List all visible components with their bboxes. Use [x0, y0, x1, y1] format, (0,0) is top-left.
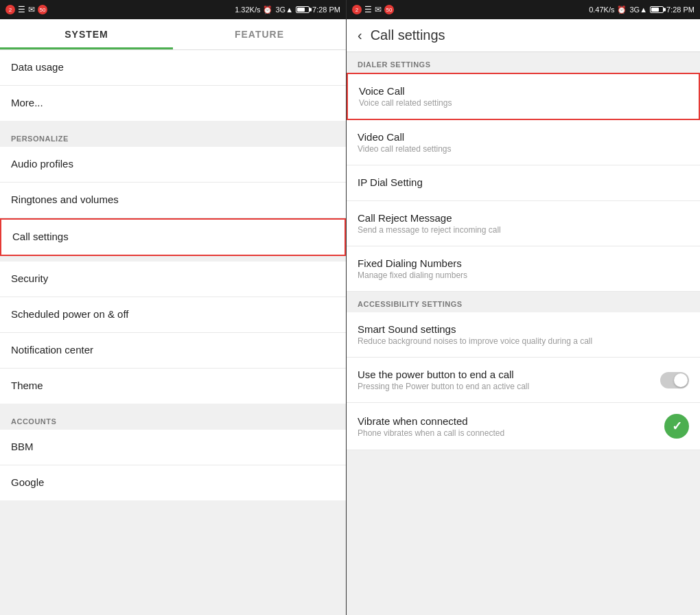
dialer-settings-group: Voice Call Voice call related settings V… [347, 73, 700, 292]
settings-item-scheduled-power[interactable]: Scheduled power on & off [0, 297, 346, 333]
fixed-dialing-text: Fixed Dialing Numbers Manage fixed diali… [358, 257, 689, 280]
personalize-group: Audio profiles Ringtones and volumes Cal… [0, 147, 346, 256]
divider-1 [0, 121, 346, 126]
back-button[interactable]: ‹ [358, 27, 362, 43]
status-bar-right: 2 ☰ ✉ 50 0.47K/s ⏰ 3G▲ 7:28 PM [347, 0, 700, 19]
right-panel: 2 ☰ ✉ 50 0.47K/s ⏰ 3G▲ 7:28 PM ‹ Call se… [347, 0, 700, 615]
vibrate-subtitle: Phone vibrates when a call is connected [358, 428, 657, 438]
status-right-left-icons: 2 ☰ ✉ 50 [352, 5, 394, 14]
second-group: Security Scheduled power on & off Notifi… [0, 262, 346, 404]
email-icon-right: ✉ [375, 5, 382, 14]
settings-item-theme[interactable]: Theme [0, 369, 346, 404]
bbm-icon: ☰ [18, 5, 25, 14]
vibrate-checkmark[interactable] [664, 414, 689, 439]
settings-item-ringtones[interactable]: Ringtones and volumes [0, 183, 346, 218]
notification-badge-right-1: 2 [352, 5, 362, 14]
power-button-toggle[interactable] [660, 372, 689, 388]
network-speed-right: 0.47K/s [589, 5, 614, 14]
network-speed-left: 1.32K/s [235, 5, 260, 14]
personalize-label: PERSONALIZE [0, 126, 346, 147]
right-item-fixed-dialing[interactable]: Fixed Dialing Numbers Manage fixed diali… [347, 246, 700, 292]
smart-sound-text: Smart Sound settings Reduce background n… [358, 323, 689, 346]
signal-icon: 3G▲ [275, 5, 293, 14]
voice-call-text: Voice Call Voice call related settings [359, 85, 688, 108]
right-header: ‹ Call settings [347, 19, 700, 52]
call-reject-text: Call Reject Message Send a message to re… [358, 212, 689, 235]
status-bar-left: 2 ☰ ✉ 50 1.32K/s ⏰ 3G▲ 7:28 PM [0, 0, 346, 19]
tab-bar: SYSTEM FEATURE [0, 19, 346, 50]
alarm-icon-right: ⏰ [617, 5, 627, 14]
accounts-label: ACCOUNTS [0, 409, 346, 430]
battery-icon-left [296, 6, 310, 13]
right-item-video-call[interactable]: Video Call Video call related settings [347, 120, 700, 165]
ringtones-title: Ringtones and volumes [11, 194, 335, 205]
accounts-group: BBM Google [0, 430, 346, 500]
fixed-dialing-title: Fixed Dialing Numbers [358, 257, 689, 269]
bbm-icon-right: ☰ [364, 5, 372, 14]
email-icon: ✉ [28, 5, 35, 14]
more-title: More... [11, 97, 335, 108]
settings-item-call-settings[interactable]: Call settings [0, 218, 346, 256]
alarm-icon: ⏰ [263, 5, 272, 14]
settings-item-notification[interactable]: Notification center [0, 333, 346, 369]
power-button-subtitle: Pressing the Power button to end an acti… [358, 382, 653, 391]
divider-3 [0, 404, 346, 409]
vibrate-text: Vibrate when connected Phone vibrates wh… [358, 415, 657, 438]
right-item-smart-sound[interactable]: Smart Sound settings Reduce background n… [347, 312, 700, 358]
ip-dial-text: IP Dial Setting [358, 176, 689, 189]
smart-sound-subtitle: Reduce background noises to improve voic… [358, 336, 689, 346]
right-item-voice-call[interactable]: Voice Call Voice call related settings [347, 73, 700, 120]
power-button-text: Use the power button to end a call Press… [358, 369, 653, 391]
right-item-vibrate[interactable]: Vibrate when connected Phone vibrates wh… [347, 403, 700, 450]
signal-icon-right: 3G▲ [629, 5, 647, 14]
call-settings-title: Call settings [12, 231, 334, 242]
call-reject-title: Call Reject Message [358, 212, 689, 224]
tab-system[interactable]: SYSTEM [0, 19, 173, 49]
dialer-settings-label: DIALER SETTINGS [347, 52, 700, 73]
time-left: 7:28 PM [312, 5, 340, 14]
settings-item-audio-profiles[interactable]: Audio profiles [0, 147, 346, 183]
right-settings-content: DIALER SETTINGS Voice Call Voice call re… [347, 52, 700, 615]
audio-profiles-title: Audio profiles [11, 158, 335, 170]
status-left-icons: 2 ☰ ✉ 50 [5, 5, 47, 14]
status-right-right-info: 0.47K/s ⏰ 3G▲ 7:28 PM [589, 5, 695, 14]
left-settings-content: Data usage More... PERSONALIZE Audio pro… [0, 50, 346, 615]
power-button-title: Use the power button to end a call [358, 369, 653, 380]
settings-item-bbm[interactable]: BBM [0, 430, 346, 465]
divider-2 [0, 256, 346, 262]
smart-sound-title: Smart Sound settings [358, 323, 689, 335]
google-title: Google [11, 476, 335, 488]
video-call-subtitle: Video call related settings [358, 144, 689, 154]
app-badge-right: 50 [384, 5, 394, 14]
settings-item-more[interactable]: More... [0, 86, 346, 121]
notification-badge-1: 2 [5, 5, 15, 14]
video-call-text: Video Call Video call related settings [358, 131, 689, 154]
scheduled-power-title: Scheduled power on & off [11, 308, 335, 320]
tab-feature[interactable]: FEATURE [173, 19, 346, 49]
right-item-call-reject[interactable]: Call Reject Message Send a message to re… [347, 201, 700, 246]
app-badge: 50 [38, 5, 47, 14]
right-panel-title: Call settings [371, 27, 445, 43]
settings-item-google[interactable]: Google [0, 465, 346, 500]
time-right: 7:28 PM [666, 5, 695, 14]
ip-dial-title: IP Dial Setting [358, 176, 689, 188]
vibrate-title: Vibrate when connected [358, 415, 657, 427]
voice-call-title: Voice Call [359, 85, 688, 97]
bbm-title: BBM [11, 441, 335, 452]
security-title: Security [11, 272, 335, 284]
settings-item-security[interactable]: Security [0, 262, 346, 297]
video-call-title: Video Call [358, 131, 689, 143]
call-reject-subtitle: Send a message to reject incoming call [358, 225, 689, 235]
right-item-power-button[interactable]: Use the power button to end a call Press… [347, 358, 700, 403]
notification-title: Notification center [11, 344, 335, 356]
theme-title: Theme [11, 380, 335, 391]
status-right-info: 1.32K/s ⏰ 3G▲ 7:28 PM [235, 5, 340, 14]
settings-item-data-usage[interactable]: Data usage [0, 50, 346, 86]
battery-icon-right [650, 6, 664, 13]
data-usage-title: Data usage [11, 61, 335, 73]
right-item-ip-dial[interactable]: IP Dial Setting [347, 165, 700, 201]
fixed-dialing-subtitle: Manage fixed dialing numbers [358, 270, 689, 280]
top-group: Data usage More... [0, 50, 346, 121]
left-panel: 2 ☰ ✉ 50 1.32K/s ⏰ 3G▲ 7:28 PM SYSTEM FE… [0, 0, 347, 615]
voice-call-subtitle: Voice call related settings [359, 98, 688, 108]
